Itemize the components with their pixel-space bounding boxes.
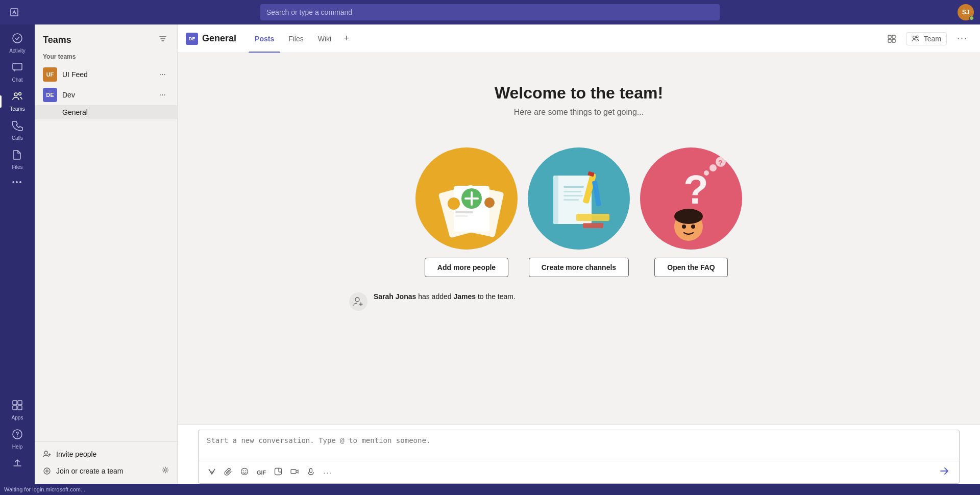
tab-posts[interactable]: Posts <box>249 24 280 53</box>
sidebar-header: Teams <box>35 24 177 51</box>
status-bar: Waiting for login.microsoft.com... <box>0 484 980 495</box>
sidebar-filter-button[interactable] <box>157 33 169 47</box>
activity-user-icon <box>349 292 368 311</box>
team-settings-button[interactable] <box>162 466 169 476</box>
activity-actor: Sarah Jonas <box>374 292 416 301</box>
svg-rect-31 <box>564 191 581 192</box>
calls-icon <box>12 120 23 134</box>
invite-people-label: Invite people <box>56 450 96 458</box>
team-name-ui-feed: UI Feed <box>62 70 156 79</box>
add-more-people-button[interactable]: Add more people <box>425 258 508 277</box>
svg-rect-6 <box>18 401 22 405</box>
svg-rect-15 <box>892 35 895 38</box>
search-text: Search or type a command <box>266 8 352 16</box>
activity-label: Activity <box>9 48 26 54</box>
search-bar[interactable]: Search or type a command <box>260 4 720 20</box>
svg-point-49 <box>355 298 359 302</box>
svg-rect-27 <box>455 215 468 217</box>
grid-view-button[interactable] <box>884 33 900 45</box>
channel-header-right: Team ··· <box>884 31 972 46</box>
channel-team-badge: DE <box>186 33 198 45</box>
update-icon <box>12 458 23 472</box>
open-faq-button[interactable]: Open the FAQ <box>654 258 727 277</box>
svg-rect-29 <box>553 176 558 224</box>
faq-illustration: ? <box>640 147 742 250</box>
svg-rect-7 <box>13 406 17 410</box>
svg-rect-16 <box>888 39 891 42</box>
svg-point-51 <box>243 470 244 471</box>
team-item-ui-feed[interactable]: UF UI Feed ··· <box>35 64 177 85</box>
join-create-team-item[interactable]: Join or create a team <box>35 462 177 480</box>
team-item-dev[interactable]: DE Dev ··· <box>35 85 177 105</box>
apps-icon <box>12 400 23 413</box>
sticker-button[interactable] <box>271 465 285 480</box>
send-button[interactable] <box>936 464 953 480</box>
chat-label: Chat <box>12 77 22 83</box>
audio-button[interactable] <box>304 465 318 480</box>
activity-target: James <box>453 292 476 301</box>
svg-rect-55 <box>310 468 312 473</box>
attach-button[interactable] <box>221 465 235 480</box>
svg-rect-14 <box>888 35 891 38</box>
format-button[interactable] <box>205 465 219 480</box>
compose-input[interactable] <box>199 430 959 459</box>
svg-rect-38 <box>583 223 603 228</box>
emoji-button[interactable] <box>237 465 252 480</box>
svg-point-45 <box>704 170 709 176</box>
tab-files[interactable]: Files <box>282 24 310 53</box>
svg-text:?: ? <box>718 159 723 167</box>
svg-rect-26 <box>455 211 473 213</box>
sidebar-item-activity[interactable]: Activity <box>0 29 35 58</box>
content-area: DE General Posts Files Wiki + <box>178 24 980 484</box>
main-layout: Activity Chat Teams <box>0 24 980 484</box>
activity-icon <box>12 33 23 46</box>
help-label: Help <box>12 444 23 450</box>
team-more-ui-feed[interactable]: ··· <box>156 69 169 80</box>
sidebar-item-calls[interactable]: Calls <box>0 116 35 145</box>
activity-suffix: to the team. <box>476 292 516 301</box>
svg-rect-17 <box>892 39 895 42</box>
topbar: Search or type a command SJ <box>0 0 980 24</box>
calls-label: Calls <box>12 135 23 141</box>
avatar[interactable]: SJ <box>958 4 974 20</box>
channels-illustration <box>528 147 630 250</box>
team-more-dev[interactable]: ··· <box>156 89 169 101</box>
video-button[interactable] <box>287 465 302 480</box>
files-label: Files <box>12 164 22 170</box>
more-tools-button[interactable]: ··· <box>320 466 335 479</box>
channel-name-header: General <box>202 33 236 44</box>
action-card-faq: ? <box>640 147 742 277</box>
sidebar-item-apps[interactable]: Apps <box>0 395 35 425</box>
posts-area: Welcome to the team! Here are some thing… <box>178 53 980 424</box>
sidebar-item-more[interactable]: ••• <box>0 174 35 190</box>
svg-point-52 <box>246 470 247 471</box>
compose-icon[interactable] <box>6 4 22 20</box>
activity-action: has added <box>416 292 453 301</box>
svg-rect-54 <box>291 469 296 474</box>
sidebar-item-files[interactable]: Files <box>0 145 35 174</box>
channel-name-general: General <box>62 108 88 116</box>
sidebar-item-update[interactable] <box>0 454 35 476</box>
welcome-title: Welcome to the team! <box>495 84 663 103</box>
svg-point-3 <box>14 93 17 96</box>
team-button[interactable]: Team <box>906 32 947 45</box>
svg-rect-5 <box>13 401 17 405</box>
sidebar-item-teams[interactable]: Teams <box>0 87 35 116</box>
sidebar-item-help[interactable]: Help <box>0 425 35 454</box>
channel-item-general[interactable]: General <box>35 105 177 119</box>
topbar-right: SJ <box>958 4 974 20</box>
sidebar-item-chat[interactable]: Chat <box>0 58 35 87</box>
svg-rect-0 <box>11 9 18 16</box>
more-options-button[interactable]: ··· <box>953 31 972 46</box>
add-tab-button[interactable]: + <box>339 31 353 46</box>
compose-box: GIF <box>198 430 960 484</box>
svg-point-43 <box>682 225 686 229</box>
tab-wiki[interactable]: Wiki <box>312 24 337 53</box>
gif-button[interactable]: GIF <box>254 467 269 478</box>
invite-people-item[interactable]: Invite people <box>35 446 177 462</box>
sidebar: Teams Your teams UF UI Feed ··· DE Dev ·… <box>35 24 178 484</box>
svg-point-18 <box>913 36 915 38</box>
chat-icon <box>12 62 23 76</box>
create-more-channels-button[interactable]: Create more channels <box>529 258 629 277</box>
more-icon: ••• <box>12 178 23 186</box>
